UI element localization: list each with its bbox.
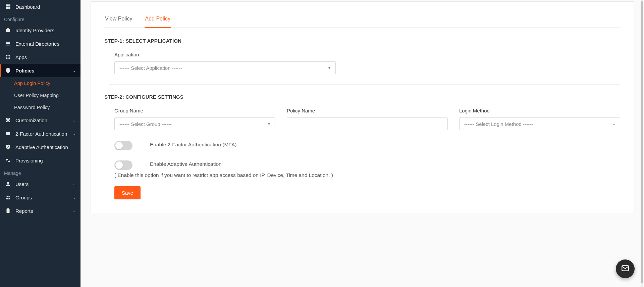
user-icon [5,181,11,187]
briefcase-icon [5,27,11,33]
section-configure: Configure [0,13,80,23]
chevron-down-icon: ⌄ [73,182,76,186]
caret-down-icon: ▼ [267,122,271,126]
grid-icon [5,54,11,60]
svg-point-11 [8,57,9,58]
keypad-icon [5,131,11,137]
step2-title: STEP-2: CONFIGURE SETTINGS [104,94,620,100]
nav-label: 2-Factor Authentication [15,131,67,137]
group-name-label: Group Name [114,108,275,113]
nav-customization[interactable]: Customization ⌄ [0,113,80,127]
application-select-value: ------ Select Application ------ [119,65,182,71]
svg-point-9 [9,55,10,56]
tab-view-policy[interactable]: View Policy [104,12,133,28]
mfa-toggle[interactable] [114,141,132,150]
svg-point-8 [8,55,9,56]
mail-icon [621,264,630,274]
policy-card: View Policy Add Policy STEP-1: SELECT AP… [91,1,634,213]
chevron-down-icon: ⌄ [73,118,76,123]
list-icon [5,41,11,47]
nav-provisioning[interactable]: Provisioning [0,154,80,167]
policy-name-label: Policy Name [287,108,448,113]
main-content: View Policy Add Policy STEP-1: SELECT AP… [80,0,644,287]
subnav-password-policy[interactable]: Password Policy [0,101,80,113]
caret-down-icon: ▼ [327,65,331,70]
policy-name-input-wrapper [287,117,448,130]
svg-point-13 [6,58,7,59]
scrollbar-thumb[interactable] [641,1,643,283]
svg-point-19 [7,182,9,184]
nav-identity-providers[interactable]: Identity Providers [0,23,80,37]
svg-point-21 [8,196,10,197]
nav-reports[interactable]: Reports ⌄ [0,204,80,218]
subnav-user-policy-mapping[interactable]: User Policy Mapping [0,89,80,101]
nav-label: Adaptive Authentication [15,144,68,150]
nav-label: Apps [15,54,27,60]
svg-point-18 [8,161,10,162]
dashboard-icon [5,4,11,10]
group-select-value: ------ Select Group ------ [119,121,172,127]
toggle-knob [115,142,123,149]
nav-label: Policies [15,68,35,74]
sidebar: Dashboard Configure Identity Providers E… [0,0,80,287]
svg-rect-3 [8,7,10,9]
nav-groups[interactable]: Groups ⌄ [0,191,80,204]
svg-rect-2 [6,7,8,9]
adaptive-toggle-note: ( Enable this option if you want to rest… [114,170,620,180]
svg-point-15 [9,58,10,59]
toggle-knob [115,161,123,169]
nav-policies[interactable]: Policies ⌄ [0,64,80,77]
chat-fab[interactable] [616,259,635,278]
chevron-down-icon: ⌄ [73,195,76,200]
step1-title: STEP-1: SELECT APPLICATION [104,38,620,44]
svg-point-10 [6,57,7,58]
sync-users-icon [5,157,11,163]
svg-rect-23 [7,208,9,209]
clipboard-icon [5,208,11,214]
login-method-label: Login Method [459,108,620,113]
nav-users[interactable]: Users ⌄ [0,177,80,191]
nav-dashboard[interactable]: Dashboard [0,0,80,13]
chevron-down-icon: ⌄ [73,209,76,213]
shield-check-icon [5,144,11,150]
application-select[interactable]: ------ Select Application ------ ▼ [114,61,336,74]
svg-rect-6 [6,45,10,45]
svg-rect-5 [6,43,10,44]
chevron-down-icon: ⌄ [612,122,616,126]
nav-label: Identity Providers [15,28,54,33]
nav-label: Reports [15,208,33,214]
svg-rect-0 [6,4,8,6]
puzzle-icon [5,117,11,123]
svg-rect-22 [7,209,10,213]
svg-rect-16 [6,132,10,135]
svg-point-17 [6,159,8,160]
nav-label: Provisioning [15,158,43,163]
subnav-app-login-policy[interactable]: App Login Policy [0,77,80,89]
nav-two-factor[interactable]: 2-Factor Authentication ⌄ [0,127,80,140]
shield-icon [5,67,11,74]
login-method-select[interactable]: ------ Select Login Method ------ ⌄ [459,117,620,130]
svg-rect-1 [8,4,10,6]
nav-label: Groups [15,195,32,200]
group-select[interactable]: ------ Select Group ------ ▼ [114,117,275,130]
tab-add-policy[interactable]: Add Policy [145,12,171,28]
save-button[interactable]: Save [114,186,141,199]
svg-point-12 [9,57,10,58]
nav-apps[interactable]: Apps [0,50,80,64]
adaptive-toggle[interactable] [114,160,132,170]
chevron-down-icon: ⌄ [73,68,76,73]
policy-name-input[interactable] [292,118,436,130]
section-manage: Manage [0,167,80,177]
svg-point-7 [6,55,7,56]
tabs: View Policy Add Policy [104,12,620,28]
mfa-toggle-label: Enable 2-Factor Authentication (MFA) [150,140,236,149]
adaptive-toggle-label: Enable Adaptive Authentication [150,160,222,169]
svg-point-20 [7,196,8,197]
login-method-select-value: ------ Select Login Method ------ [464,121,533,127]
nav-label: Dashboard [15,4,40,10]
page-scrollbar[interactable] [641,0,643,287]
chevron-down-icon: ⌄ [73,132,76,136]
application-label: Application [114,52,336,57]
nav-external-directories[interactable]: External Directories [0,37,80,50]
nav-adaptive-auth[interactable]: Adaptive Authentication [0,140,80,154]
